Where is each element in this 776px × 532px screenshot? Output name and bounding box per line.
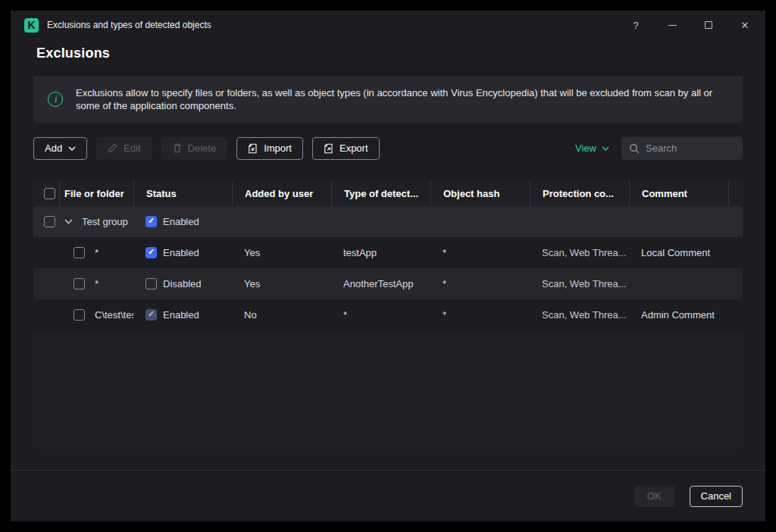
column-header-added[interactable]: Added by user (232, 180, 331, 206)
row-added: No (232, 309, 331, 321)
group-select-checkbox[interactable] (44, 216, 55, 227)
group-status-label: Enabled (163, 216, 199, 227)
row-select-checkbox[interactable] (74, 247, 85, 258)
window-title: Exclusions and types of detected objects (47, 20, 211, 30)
row-status-label: Enabled (163, 309, 199, 321)
row-comment: Admin Comment (629, 309, 728, 321)
app-window: K Exclusions and types of detected objec… (11, 11, 765, 521)
page-title: Exclusions (36, 45, 110, 61)
title-bar: K Exclusions and types of detected objec… (11, 11, 765, 39)
info-banner: Exclusions allow to specify files or fol… (33, 76, 743, 123)
search-box (621, 137, 743, 160)
info-banner-text: Exclusions allow to specify files or fol… (76, 86, 743, 112)
row-file: C\test\tes... (95, 309, 133, 321)
row-status-checkbox[interactable] (146, 309, 157, 321)
close-button[interactable]: ✕ (740, 20, 750, 30)
row-comment: Local Comment (629, 247, 728, 258)
delete-button[interactable]: Delete (161, 137, 228, 160)
column-header-file[interactable]: File or folder (59, 180, 133, 206)
row-status-label: Disabled (163, 278, 202, 289)
select-all-checkbox[interactable] (44, 188, 55, 199)
search-input[interactable] (646, 142, 735, 154)
table-row[interactable]: C\test\tes... Enabled No * * Scan, Web T… (33, 299, 743, 330)
search-icon (629, 143, 640, 154)
row-protection: Scan, Web Threa... (530, 278, 629, 289)
row-type: testApp (331, 247, 430, 258)
maximize-button[interactable] (703, 20, 714, 30)
minimize-icon (668, 25, 677, 26)
export-button[interactable]: Export (312, 137, 380, 160)
group-status-checkbox[interactable] (146, 216, 157, 227)
add-button-label: Add (45, 142, 62, 154)
row-select-checkbox[interactable] (74, 278, 85, 289)
column-header-hash[interactable]: Object hash (430, 180, 530, 206)
row-status-checkbox[interactable] (146, 247, 157, 258)
chevron-down-icon[interactable] (64, 219, 73, 224)
column-header-comment[interactable]: Comment (629, 180, 728, 206)
info-icon (48, 92, 63, 107)
import-button-label: Import (264, 142, 292, 154)
table-header: File or folder Status Added by user Type… (33, 180, 743, 206)
export-icon (324, 143, 333, 154)
export-button-label: Export (340, 142, 368, 154)
row-hash: * (430, 278, 530, 289)
kaspersky-logo-icon: K (24, 18, 39, 33)
row-added: Yes (232, 247, 331, 258)
delete-button-label: Delete (188, 142, 217, 154)
help-button[interactable]: ? (630, 20, 641, 30)
row-file: * (95, 278, 99, 289)
footer: OK Cancel (11, 470, 765, 521)
view-label: View (575, 142, 596, 154)
table-row[interactable]: * Disabled Yes AnotherTestApp * Scan, We… (33, 268, 743, 299)
exclusions-table: File or folder Status Added by user Type… (33, 180, 743, 449)
toolbar: Add Edit Delete Import Export View (33, 136, 743, 160)
row-file: * (95, 247, 99, 258)
row-type: AnotherTestApp (331, 278, 430, 289)
row-protection: Scan, Web Threa... (530, 247, 629, 258)
minimize-button[interactable] (667, 20, 677, 30)
table-row[interactable]: * Enabled Yes testApp * Scan, Web Threa.… (33, 237, 743, 268)
column-header-status[interactable]: Status (133, 180, 232, 206)
edit-button[interactable]: Edit (96, 137, 152, 160)
view-dropdown[interactable]: View (575, 142, 609, 154)
row-hash: * (430, 247, 530, 258)
add-button[interactable]: Add (33, 137, 87, 160)
chevron-down-icon (602, 146, 609, 151)
column-header-filler (728, 180, 743, 206)
ok-button[interactable]: OK (634, 486, 674, 507)
cancel-button[interactable]: Cancel (690, 486, 743, 507)
row-type: * (331, 309, 430, 321)
group-status-cell: Enabled (133, 216, 232, 227)
import-icon (248, 143, 258, 154)
group-row[interactable]: Test group Enabled (33, 206, 743, 237)
chevron-down-icon (68, 146, 76, 151)
row-status-checkbox[interactable] (146, 278, 157, 289)
column-header-type[interactable]: Type of detect... (331, 180, 430, 206)
row-status-label: Enabled (163, 247, 199, 258)
row-protection: Scan, Web Threa... (530, 309, 629, 321)
edit-button-label: Edit (124, 142, 140, 154)
trash-icon (173, 143, 182, 153)
pencil-icon (108, 143, 117, 153)
import-button[interactable]: Import (236, 137, 303, 160)
row-hash: * (430, 309, 530, 321)
group-name: Test group (82, 216, 128, 227)
row-added: Yes (232, 278, 331, 289)
column-header-protection[interactable]: Protection co... (530, 180, 629, 206)
maximize-icon (705, 21, 712, 29)
row-select-checkbox[interactable] (74, 309, 85, 321)
